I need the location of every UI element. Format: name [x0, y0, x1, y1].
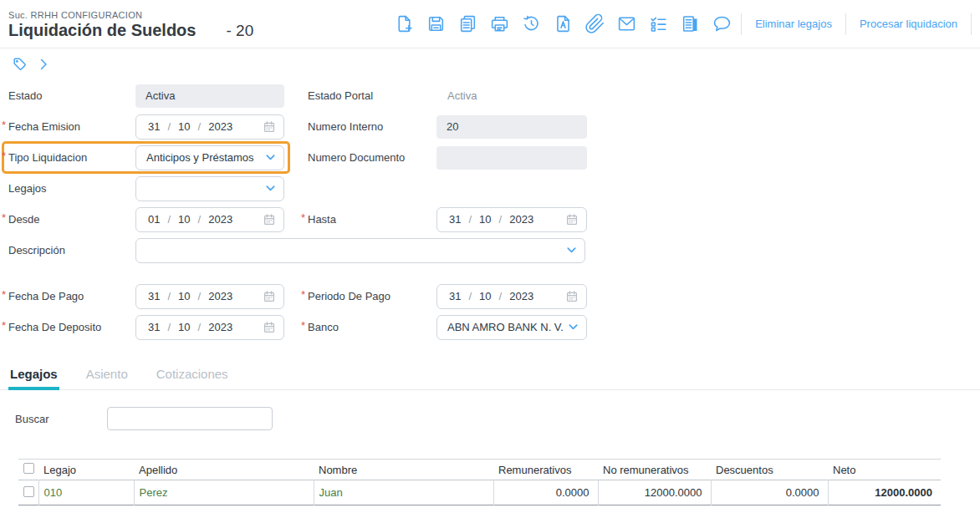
new-document-icon[interactable] — [394, 13, 415, 34]
fecha-de-deposito-field[interactable]: 31/ 10/ 2023 — [135, 315, 284, 340]
fecha-de-pago-field[interactable]: 31/ 10/ 2023 — [135, 284, 284, 309]
record-number: - 20 — [226, 22, 253, 40]
cell-descuentos: 0.0000 — [711, 480, 828, 505]
print-icon[interactable] — [489, 13, 510, 34]
liquidacion-form: Estado Activa Estado Portal Activa *Fech… — [0, 80, 980, 343]
numero-interno-field: 20 — [436, 115, 587, 139]
font-document-icon[interactable] — [553, 13, 574, 34]
estado-portal-value: Activa — [436, 89, 477, 102]
col-no-remunerativos: No remunerativos — [598, 460, 711, 480]
tipo-liquidacion-select[interactable]: Anticipos y Préstamos — [135, 145, 284, 170]
chevron-down-icon — [264, 182, 277, 195]
legajos-select[interactable] — [135, 176, 284, 201]
report-icon[interactable] — [680, 13, 701, 34]
history-icon[interactable] — [521, 13, 542, 34]
required-marker: * — [2, 288, 6, 301]
eliminar-legajos-button[interactable]: Eliminar legajos — [745, 18, 842, 30]
descripcion-select[interactable] — [135, 238, 585, 263]
row-select-cell — [18, 480, 38, 505]
save-icon[interactable] — [426, 13, 447, 34]
col-descuentos: Descuentos — [711, 460, 828, 480]
estado-label: Estado — [8, 89, 135, 102]
copy-icon[interactable] — [457, 13, 478, 34]
desde-label: *Desde — [8, 213, 135, 226]
buscar-label: Buscar — [15, 413, 107, 425]
attachment-icon[interactable] — [584, 13, 605, 34]
calendar-icon[interactable] — [263, 213, 276, 226]
tab-bar: Legajos Asiento Cotizaciones — [0, 363, 980, 390]
fecha-de-pago-label: *Fecha De Pago — [8, 290, 135, 302]
procesar-liquidacion-button[interactable]: Procesar liquidacion — [850, 18, 967, 30]
chevron-down-icon — [264, 151, 277, 164]
tab-cotizaciones[interactable]: Cotizaciones — [155, 363, 230, 390]
select-all-checkbox[interactable] — [23, 463, 34, 474]
hasta-label: *Hasta — [308, 213, 436, 226]
required-marker: * — [2, 211, 6, 224]
estado-field: Activa — [135, 84, 284, 108]
toolbar-divider — [971, 13, 972, 35]
cell-no-remunerativos: 12000.0000 — [598, 480, 711, 505]
chevron-down-icon — [567, 321, 579, 333]
estado-portal-label: Estado Portal — [308, 89, 436, 102]
sub-toolbar — [0, 48, 980, 80]
required-marker: * — [2, 319, 6, 332]
toolbar-divider — [741, 13, 742, 35]
desde-field[interactable]: 01/ 10/ 2023 — [135, 207, 284, 232]
toolbar: Eliminar legajos Procesar liquidacion — [388, 13, 975, 35]
hasta-field[interactable]: 31/ 10/ 2023 — [436, 207, 587, 232]
toolbar-divider — [845, 13, 846, 35]
calendar-icon[interactable] — [263, 321, 276, 334]
table-row[interactable]: 010 Perez Juan 0.0000 12000.0000 0.0000 … — [18, 480, 941, 505]
table-header-row: Legajo Apellido Nombre Remunerativos No … — [18, 460, 941, 480]
required-marker: * — [301, 319, 305, 332]
search-row: Buscar — [0, 407, 980, 430]
numero-documento-label: Numero Documento — [308, 151, 436, 164]
legajos-label: Legajos — [8, 182, 135, 195]
required-marker: * — [2, 119, 6, 131]
chevron-right-icon[interactable] — [37, 57, 50, 72]
buscar-input[interactable] — [107, 407, 273, 430]
select-all-cell — [18, 460, 38, 480]
row-checkbox[interactable] — [23, 486, 34, 497]
periodo-de-pago-label: *Periodo De Pago — [308, 290, 436, 302]
cell-remunerativos: 0.0000 — [493, 480, 598, 505]
col-apellido: Apellido — [134, 460, 314, 480]
col-neto: Neto — [828, 460, 941, 480]
required-marker: * — [2, 150, 6, 162]
required-marker: * — [301, 288, 305, 301]
cell-apellido: Perez — [134, 480, 314, 505]
banco-label: *Banco — [308, 321, 436, 333]
tab-legajos[interactable]: Legajos — [8, 363, 59, 390]
calendar-icon[interactable] — [565, 290, 579, 303]
periodo-de-pago-field[interactable]: 31/ 10/ 2023 — [436, 284, 587, 309]
fecha-emision-label: *Fecha Emision — [8, 120, 135, 133]
cell-neto: 12000.0000 — [828, 480, 941, 505]
checklist-icon[interactable] — [648, 13, 669, 34]
page-header: Suc. RRHH CONFIGURACION Liquidación de S… — [0, 0, 980, 48]
numero-documento-field — [436, 146, 587, 170]
col-nombre: Nombre — [314, 460, 493, 480]
descripcion-label: Descripción — [8, 244, 135, 256]
comment-icon[interactable] — [712, 13, 732, 34]
fecha-de-deposito-label: *Fecha De Deposito — [8, 321, 135, 333]
breadcrumb: Suc. RRHH CONFIGURACION — [8, 10, 253, 20]
calendar-icon[interactable] — [263, 290, 276, 303]
calendar-icon[interactable] — [565, 213, 579, 226]
cell-legajo[interactable]: 010 — [38, 480, 134, 505]
email-icon[interactable] — [616, 13, 637, 34]
tipo-liquidacion-label: *Tipo Liquidacion — [8, 151, 135, 164]
legajos-table: Legajo Apellido Nombre Remunerativos No … — [18, 459, 941, 505]
cell-nombre: Juan — [314, 480, 493, 505]
chevron-down-icon — [565, 244, 578, 256]
calendar-icon[interactable] — [263, 120, 276, 134]
numero-interno-label: Numero Interno — [308, 120, 436, 133]
fecha-emision-field[interactable]: 31/ 10/ 2023 — [135, 114, 284, 140]
required-marker: * — [301, 211, 305, 224]
tag-icon[interactable] — [12, 56, 28, 73]
page-title: Liquidación de Sueldos — [8, 21, 196, 40]
col-remunerativos: Remunerativos — [493, 460, 598, 480]
banco-select[interactable]: ABN AMRO BANK N. V. — [436, 315, 587, 340]
tab-asiento[interactable]: Asiento — [84, 363, 130, 390]
col-legajo: Legajo — [38, 460, 134, 480]
